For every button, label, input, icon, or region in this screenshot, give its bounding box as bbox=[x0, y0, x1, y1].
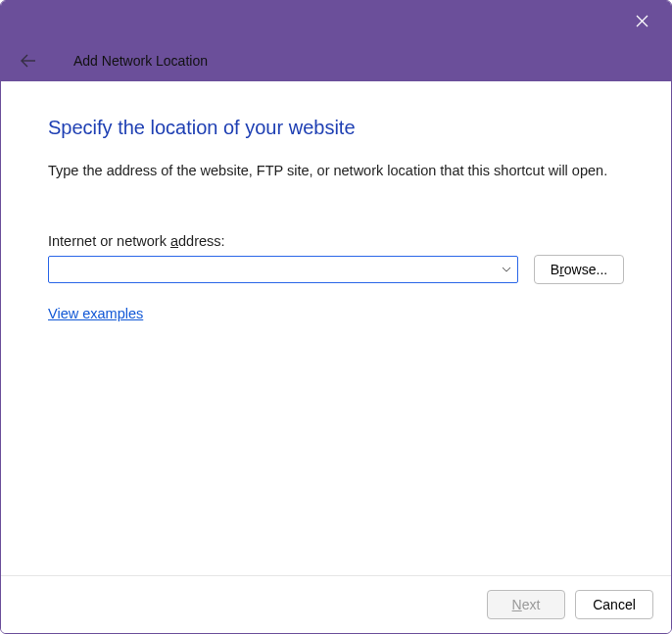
back-button[interactable] bbox=[19, 51, 38, 71]
address-combobox[interactable] bbox=[48, 256, 518, 283]
page-heading: Specify the location of your website bbox=[48, 117, 624, 139]
back-arrow-icon bbox=[21, 54, 36, 68]
address-label: Internet or network address: bbox=[48, 233, 624, 249]
address-input[interactable] bbox=[49, 257, 496, 282]
view-examples-link[interactable]: View examples bbox=[48, 306, 143, 321]
titlebar bbox=[1, 1, 671, 40]
cancel-button[interactable]: Cancel bbox=[575, 590, 653, 619]
browse-button[interactable]: Browse... bbox=[534, 255, 624, 284]
wizard-header: Add Network Location bbox=[1, 40, 671, 81]
wizard-footer: Next Cancel bbox=[1, 575, 671, 633]
add-network-location-wizard: Add Network Location Specify the locatio… bbox=[0, 0, 672, 634]
next-button: Next bbox=[487, 590, 565, 619]
wizard-title: Add Network Location bbox=[73, 53, 208, 69]
close-button[interactable] bbox=[622, 5, 661, 36]
chevron-down-icon[interactable] bbox=[496, 267, 517, 272]
wizard-content: Specify the location of your website Typ… bbox=[1, 81, 671, 575]
address-row: Browse... bbox=[48, 255, 624, 284]
page-description: Type the address of the website, FTP sit… bbox=[48, 163, 624, 178]
close-icon bbox=[636, 15, 648, 27]
